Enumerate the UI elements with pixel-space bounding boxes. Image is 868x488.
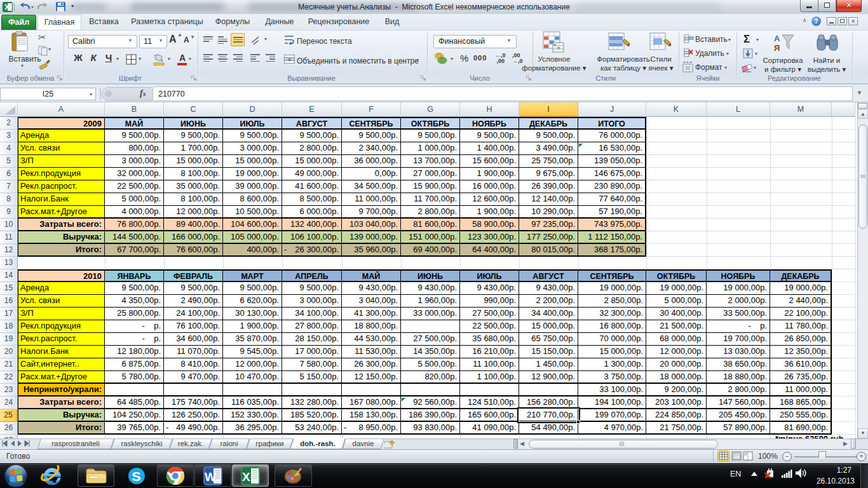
svg-text:А: А xyxy=(774,34,780,43)
svg-text:S: S xyxy=(132,469,141,484)
svg-text:Я: Я xyxy=(774,43,780,53)
svg-text:W: W xyxy=(205,470,216,484)
svg-text:a: a xyxy=(288,57,291,62)
svg-text:X: X xyxy=(242,470,250,484)
